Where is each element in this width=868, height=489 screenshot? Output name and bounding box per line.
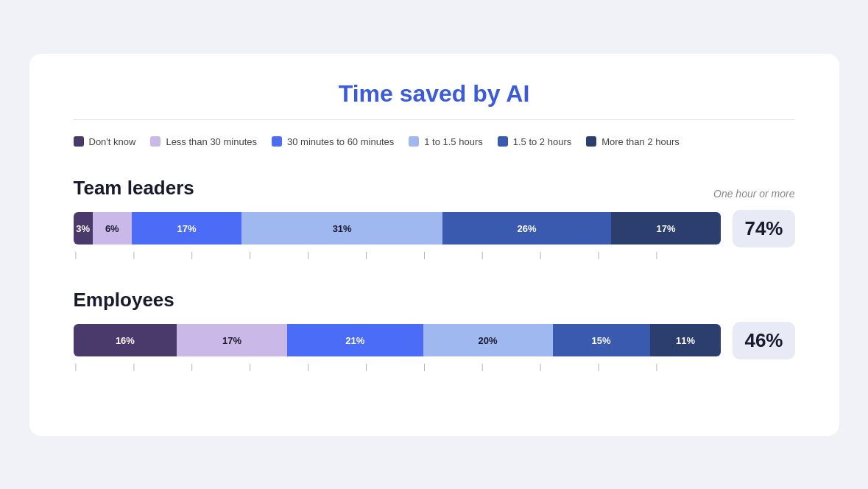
legend: Don't knowLess than 30 minutes30 minutes…	[74, 136, 795, 147]
tick-team-leaders-6	[422, 250, 480, 259]
tick-employees-0	[74, 362, 132, 371]
tick-employees-6	[422, 362, 480, 371]
section-title-team-leaders: Team leaders	[74, 177, 194, 200]
tick-team-leaders-0	[74, 250, 132, 259]
legend-label-dont-know: Don't know	[89, 136, 136, 147]
tick-employees-9	[596, 362, 654, 371]
main-card: Time saved by AI Don't knowLess than 30 …	[29, 54, 839, 436]
bar-segment-employees-1: 17%	[177, 324, 287, 356]
tick-employees-1	[131, 362, 189, 371]
title-highlight: AI	[506, 80, 529, 107]
tick-team-leaders-9	[596, 250, 654, 259]
bar-segment-team-leaders-0: 3%	[74, 212, 93, 245]
tick-team-leaders-1	[131, 250, 189, 259]
tick-employees-5	[364, 362, 422, 371]
tick-row-team-leaders	[74, 250, 795, 259]
bar-segment-team-leaders-2: 17%	[132, 212, 242, 245]
section-subtitle-team-leaders: One hour or more	[713, 188, 795, 200]
bar-segment-employees-3: 20%	[423, 324, 553, 356]
legend-label-gt-2: More than 2 hours	[601, 136, 680, 147]
total-badge-employees: 46%	[733, 322, 794, 359]
bar-row-employees: 16%17%21%20%15%11%46%	[74, 322, 795, 359]
bar-segment-team-leaders-5: 17%	[611, 212, 721, 245]
bar-segment-employees-0: 16%	[74, 324, 177, 356]
bar-row-team-leaders: 3%6%17%31%26%17%74%	[74, 210, 795, 247]
tick-employees-10	[654, 362, 713, 371]
legend-item-30-60: 30 minutes to 60 minutes	[272, 136, 394, 147]
legend-swatch-gt-2	[586, 136, 596, 147]
legend-item-dont-know: Don't know	[74, 136, 136, 147]
legend-label-1-1.5: 1 to 1.5 hours	[424, 136, 483, 147]
legend-label-1.5-2: 1.5 to 2 hours	[513, 136, 572, 147]
tick-employees-7	[480, 362, 538, 371]
bar-segment-team-leaders-1: 6%	[93, 212, 132, 245]
legend-item-lt-30: Less than 30 minutes	[150, 136, 257, 147]
tick-team-leaders-2	[189, 250, 247, 259]
legend-swatch-1.5-2	[498, 136, 508, 147]
title-divider	[74, 119, 795, 120]
total-badge-team-leaders: 74%	[733, 210, 794, 247]
bar-segment-team-leaders-3: 31%	[241, 212, 442, 245]
bar-segment-employees-4: 15%	[553, 324, 650, 356]
section-header-team-leaders: Team leadersOne hour or more	[74, 177, 795, 200]
section-title-employees: Employees	[74, 289, 174, 312]
tick-team-leaders-3	[247, 250, 306, 259]
tick-employees-4	[306, 362, 364, 371]
tick-employees-8	[538, 362, 596, 371]
legend-swatch-dont-know	[74, 136, 84, 147]
tick-employees-2	[189, 362, 247, 371]
tick-team-leaders-8	[538, 250, 596, 259]
bar-segment-employees-5: 11%	[650, 324, 721, 356]
stacked-bar-team-leaders: 3%6%17%31%26%17%	[74, 212, 721, 245]
legend-label-lt-30: Less than 30 minutes	[166, 136, 257, 147]
tick-team-leaders-10	[654, 250, 713, 259]
section-team-leaders: Team leadersOne hour or more3%6%17%31%26…	[74, 177, 795, 259]
tick-team-leaders-4	[306, 250, 364, 259]
legend-item-1-1.5: 1 to 1.5 hours	[409, 136, 483, 147]
bar-segment-team-leaders-4: 26%	[442, 212, 611, 245]
legend-swatch-30-60	[272, 136, 282, 147]
legend-swatch-lt-30	[150, 136, 160, 147]
chart-title: Time saved by AI	[74, 80, 795, 108]
legend-label-30-60: 30 minutes to 60 minutes	[287, 136, 394, 147]
legend-item-gt-2: More than 2 hours	[586, 136, 680, 147]
stacked-bar-employees: 16%17%21%20%15%11%	[74, 324, 721, 356]
title-text: Time saved by	[339, 80, 507, 107]
section-header-employees: Employees	[74, 289, 795, 312]
tick-row-employees	[74, 362, 795, 371]
section-employees: Employees16%17%21%20%15%11%46%	[74, 289, 795, 371]
tick-team-leaders-7	[480, 250, 538, 259]
tick-employees-3	[247, 362, 306, 371]
bar-segment-employees-2: 21%	[287, 324, 423, 356]
legend-item-1.5-2: 1.5 to 2 hours	[498, 136, 572, 147]
tick-team-leaders-5	[364, 250, 422, 259]
legend-swatch-1-1.5	[409, 136, 419, 147]
